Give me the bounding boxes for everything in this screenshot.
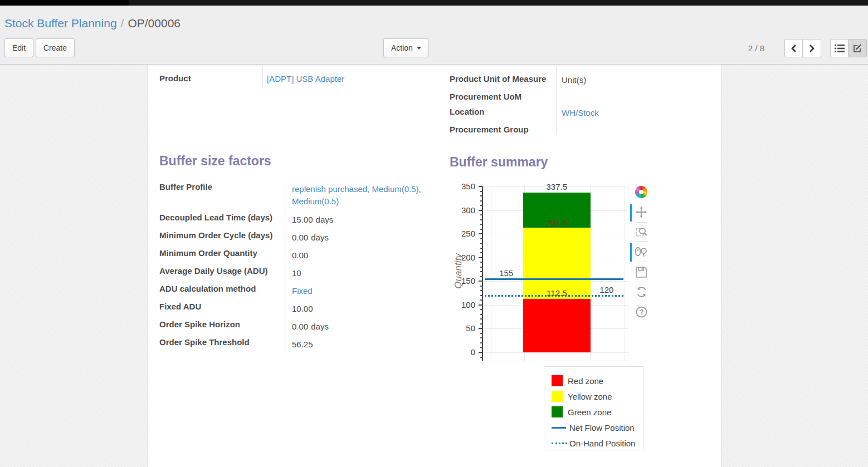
factor-label: ADU calculation method: [159, 284, 282, 293]
plotly-logo-icon[interactable]: [635, 186, 647, 198]
factor-value: 15.00days: [292, 214, 437, 226]
pager-next-button[interactable]: [803, 39, 821, 57]
major-tick: [479, 281, 482, 282]
save-image-icon[interactable]: [635, 266, 647, 278]
gridline-v: [625, 186, 625, 361]
form-view-button[interactable]: [849, 39, 867, 57]
factor-unit: days: [316, 215, 334, 224]
factor-value-text: 56.25: [292, 340, 313, 349]
minor-tick: [480, 309, 482, 310]
legend-label: Yellow zone: [568, 392, 612, 401]
minor-tick: [480, 267, 482, 268]
major-tick: [479, 257, 482, 258]
factor-value-text[interactable]: Fixed: [292, 286, 313, 296]
legend-item-green-zone[interactable]: Green zone: [544, 404, 643, 420]
factor-label: Minimum Order Quantity: [159, 248, 282, 258]
pan-icon[interactable]: [635, 206, 647, 218]
legend-item-net-flow-position[interactable]: Net Flow Position: [544, 420, 643, 435]
reset-axes-icon[interactable]: [635, 286, 647, 298]
factor-value: 0.00: [292, 249, 437, 262]
minor-tick: [480, 224, 482, 225]
chart-annotation: 120: [583, 286, 630, 294]
help-icon[interactable]: ?: [635, 306, 647, 318]
y-tick-label: 0: [446, 347, 475, 357]
minor-tick: [480, 276, 482, 277]
view-switcher: [830, 39, 867, 57]
green-zone-swatch: [552, 406, 563, 417]
edit-button[interactable]: Edit: [4, 38, 33, 57]
action-dropdown-button[interactable]: Action: [383, 38, 429, 57]
factor-label: Order Spike Horizon: [159, 319, 282, 329]
factor-value-text: 10: [292, 268, 301, 278]
pager-previous-button[interactable]: [784, 39, 803, 57]
chart-annotation: 155: [483, 269, 530, 278]
line-swatch: [552, 427, 566, 429]
plot-bottom-edge: [483, 361, 628, 361]
minor-tick: [480, 299, 482, 301]
stock-buffer-planning-screen: Stock Buffer Planning/OP/00006 Edit Crea…: [0, 0, 868, 467]
factor-label: Fixed ADU: [159, 302, 282, 311]
chart-annotation: 337.5: [533, 183, 580, 191]
factor-unit: days: [311, 322, 329, 331]
chevron-down-icon: [417, 47, 421, 50]
legend-label: Red zone: [568, 376, 603, 386]
zoom-in-out-icon[interactable]: [635, 246, 647, 258]
buffer-summary-chart[interactable]: Quantity 050100150200250300350337.5262.5…: [446, 181, 652, 367]
box-zoom-icon[interactable]: [635, 226, 647, 238]
minor-tick: [480, 238, 482, 239]
chart-annotation: 112.5: [533, 289, 580, 298]
minor-tick: [480, 290, 482, 291]
minor-tick: [480, 337, 482, 338]
major-tick: [479, 210, 482, 211]
major-tick: [479, 304, 482, 306]
product-field-value[interactable]: [ADPT] USB Adapter: [267, 74, 344, 83]
column-separator: [556, 66, 557, 134]
factor-value: 56.25: [292, 338, 437, 351]
minor-tick: [480, 286, 482, 287]
factor-value-text: 0.00: [292, 233, 308, 242]
minor-tick: [480, 295, 482, 296]
procurement-group-label: Procurement Group: [450, 125, 529, 134]
minor-tick: [480, 347, 482, 348]
y-tick-label: 350: [446, 181, 475, 191]
location-value[interactable]: WH/Stock: [562, 108, 599, 117]
create-button[interactable]: Create: [36, 38, 75, 57]
factor-label: Buffer Profile: [159, 182, 282, 191]
edit-form-icon: [853, 43, 862, 53]
factor-value-text: 15.00: [292, 215, 313, 224]
legend-item-on-hand-position[interactable]: On-Hand Position: [544, 435, 643, 451]
factor-value-text[interactable]: replenish purchased, Medium(0.5), Medium…: [292, 184, 421, 206]
product-field-label: Product: [159, 73, 191, 83]
factors-column-separator: [285, 182, 285, 352]
y-tick-label: 50: [446, 323, 475, 333]
factor-value[interactable]: Fixed: [292, 285, 437, 297]
breadcrumb-bar: Stock Buffer Planning/OP/00006: [0, 6, 868, 33]
factor-value: 0.00days: [292, 321, 437, 333]
breadcrumb-link-stock-buffer-planning[interactable]: Stock Buffer Planning: [4, 17, 117, 30]
minor-tick: [480, 271, 482, 272]
major-tick: [479, 186, 482, 187]
major-tick: [479, 233, 482, 234]
chevron-right-icon: [808, 44, 816, 53]
app-menu-region[interactable]: [0, 0, 129, 6]
gridline-h: [483, 352, 628, 353]
modebar-group-indicator: [630, 204, 632, 222]
svg-text:?: ?: [639, 308, 643, 316]
pager-nav: [784, 39, 821, 57]
list-view-button[interactable]: [830, 39, 849, 57]
y-tick-label: 300: [446, 205, 475, 215]
form-sheet: Product [ADPT] USB Adapter Product Unit …: [148, 65, 721, 467]
minor-tick: [480, 262, 482, 263]
legend-item-yellow-zone[interactable]: Yellow zone: [544, 389, 643, 404]
red-zone-bar[interactable]: [523, 299, 591, 352]
legend-item-red-zone[interactable]: Red zone: [544, 373, 643, 389]
chart-annotation: 262.5: [533, 218, 580, 227]
dotted-line-swatch: [552, 443, 567, 444]
factor-value-text: 0.00: [292, 322, 308, 331]
factor-value-text: 10.00: [292, 304, 313, 313]
legend-label: Net Flow Position: [569, 423, 635, 432]
factor-value[interactable]: replenish purchased, Medium(0.5), Medium…: [292, 183, 437, 208]
factor-label: Minimum Order Cycle (days): [159, 230, 282, 240]
minor-tick: [480, 205, 482, 206]
y-tick-label: 100: [446, 300, 475, 309]
